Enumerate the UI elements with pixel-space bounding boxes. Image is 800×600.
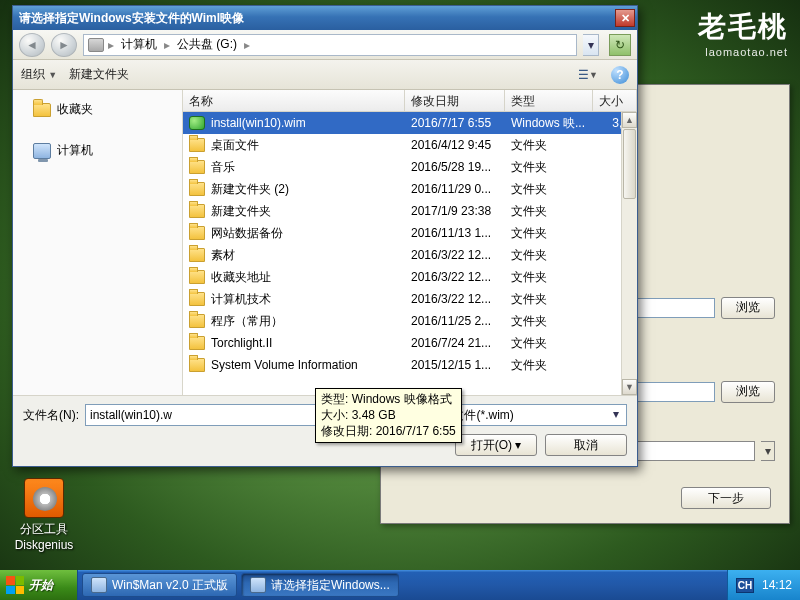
- titlebar[interactable]: 请选择指定Windows安装文件的Wiml映像 ✕: [13, 6, 637, 30]
- crumb-drive[interactable]: 公共盘 (G:): [174, 36, 240, 53]
- file-row[interactable]: 收藏夹地址2016/3/22 12...文件夹: [183, 266, 637, 288]
- file-date: 2016/3/22 12...: [411, 248, 511, 262]
- scroll-thumb[interactable]: [623, 129, 636, 199]
- nav-label: 计算机: [57, 142, 93, 159]
- nav-favorites[interactable]: 收藏夹: [19, 98, 176, 121]
- nav-pane: 收藏夹 计算机: [13, 90, 183, 395]
- help-button[interactable]: ?: [611, 66, 629, 84]
- refresh-button[interactable]: ↻: [609, 34, 631, 56]
- file-row[interactable]: 音乐2016/5/28 19...文件夹: [183, 156, 637, 178]
- vertical-scrollbar[interactable]: ▲ ▼: [621, 112, 637, 395]
- file-date: 2016/7/24 21...: [411, 336, 511, 350]
- organize-menu[interactable]: 组织 ▼: [21, 66, 57, 83]
- file-date: 2016/3/22 12...: [411, 270, 511, 284]
- file-name: install(win10).wim: [211, 116, 411, 130]
- taskbar: 开始 Win$Man v2.0 正式版请选择指定Windows... CH 14…: [0, 570, 800, 600]
- taskbar-button[interactable]: Win$Man v2.0 正式版: [82, 573, 237, 597]
- folder-icon: [189, 160, 205, 174]
- tooltip-type: 类型: Windows 映像格式: [321, 391, 456, 407]
- col-size[interactable]: 大小: [593, 90, 637, 111]
- tooltip-date: 修改日期: 2016/7/17 6:55: [321, 423, 456, 439]
- file-list[interactable]: install(win10).wim2016/7/17 6:55Windows …: [183, 112, 637, 395]
- file-date: 2016/3/22 12...: [411, 292, 511, 306]
- file-date: 2016/11/29 0...: [411, 182, 511, 196]
- watermark-url: laomaotao.net: [698, 46, 788, 58]
- desktop-icon-diskgenius[interactable]: 分区工具 Diskgenius: [14, 478, 74, 552]
- col-name[interactable]: 名称: [183, 90, 405, 111]
- file-type: Windows 映...: [511, 115, 599, 132]
- file-date: 2016/7/17 6:55: [411, 116, 511, 130]
- file-name: 网站数据备份: [211, 225, 411, 242]
- folder-icon: [189, 204, 205, 218]
- file-date: 2015/12/15 1...: [411, 358, 511, 372]
- chevron-right-icon: ▸: [244, 38, 250, 52]
- folder-icon: [189, 248, 205, 262]
- file-name: 桌面文件: [211, 137, 411, 154]
- folder-icon: [189, 336, 205, 350]
- file-row[interactable]: 桌面文件2016/4/12 9:45文件夹: [183, 134, 637, 156]
- file-name: 计算机技术: [211, 291, 411, 308]
- browse-button-1[interactable]: 浏览: [721, 297, 775, 319]
- file-name: 新建文件夹: [211, 203, 411, 220]
- crumb-computer[interactable]: 计算机: [118, 36, 160, 53]
- browse-button-2[interactable]: 浏览: [721, 381, 775, 403]
- start-label: 开始: [29, 577, 53, 594]
- folder-icon: [189, 292, 205, 306]
- next-button[interactable]: 下一步: [681, 487, 771, 509]
- nav-computer[interactable]: 计算机: [19, 139, 176, 162]
- scroll-down-button[interactable]: ▼: [622, 379, 637, 395]
- wim-file-icon: [189, 116, 205, 130]
- breadcrumb[interactable]: ▸ 计算机 ▸ 公共盘 (G:) ▸: [83, 34, 577, 56]
- system-tray: CH 14:12: [727, 570, 800, 600]
- file-date: 2016/5/28 19...: [411, 160, 511, 174]
- forward-button[interactable]: ►: [51, 33, 77, 57]
- task-label: Win$Man v2.0 正式版: [112, 577, 228, 594]
- chevron-right-icon: ▸: [164, 38, 170, 52]
- start-button[interactable]: 开始: [0, 570, 78, 600]
- col-type[interactable]: 类型: [505, 90, 593, 111]
- favorites-icon: [33, 103, 51, 117]
- file-row[interactable]: 素材2016/3/22 12...文件夹: [183, 244, 637, 266]
- watermark-brand: 老毛桃: [698, 8, 788, 46]
- file-row[interactable]: 计算机技术2016/3/22 12...文件夹: [183, 288, 637, 310]
- file-date: 2016/11/25 2...: [411, 314, 511, 328]
- file-row[interactable]: install(win10).wim2016/7/17 6:55Windows …: [183, 112, 637, 134]
- clock[interactable]: 14:12: [762, 578, 792, 592]
- folder-icon: [189, 358, 205, 372]
- open-button[interactable]: 打开(O) ▾: [455, 434, 537, 456]
- close-button[interactable]: ✕: [615, 9, 635, 27]
- icon-label: Diskgenius: [14, 538, 74, 552]
- file-name: 程序（常用）: [211, 313, 411, 330]
- file-type: 文件夹: [511, 291, 599, 308]
- taskbar-button[interactable]: 请选择指定Windows...: [241, 573, 399, 597]
- file-row[interactable]: Torchlight.II2016/7/24 21...文件夹: [183, 332, 637, 354]
- file-type: 文件夹: [511, 247, 599, 264]
- breadcrumb-dropdown[interactable]: ▾: [583, 34, 599, 56]
- file-type: 文件夹: [511, 335, 599, 352]
- icon-label: 分区工具: [14, 521, 74, 538]
- toolbar: 组织 ▼ 新建文件夹 ☰ ▼ ?: [13, 60, 637, 90]
- tooltip-size: 大小: 3.48 GB: [321, 407, 456, 423]
- new-folder-button[interactable]: 新建文件夹: [69, 66, 129, 83]
- file-row[interactable]: 新建文件夹 (2)2016/11/29 0...文件夹: [183, 178, 637, 200]
- back-button[interactable]: ◄: [19, 33, 45, 57]
- file-row[interactable]: 新建文件夹2017/1/9 23:38文件夹: [183, 200, 637, 222]
- ime-indicator[interactable]: CH: [736, 578, 754, 593]
- file-row[interactable]: System Volume Information2015/12/15 1...…: [183, 354, 637, 376]
- file-row[interactable]: 程序（常用）2016/11/25 2...文件夹: [183, 310, 637, 332]
- file-row[interactable]: 网站数据备份2016/11/13 1...文件夹: [183, 222, 637, 244]
- file-tooltip: 类型: Windows 映像格式 大小: 3.48 GB 修改日期: 2016/…: [315, 388, 462, 443]
- view-mode-button[interactable]: ☰ ▼: [577, 65, 599, 85]
- file-type: 文件夹: [511, 225, 599, 242]
- scroll-up-button[interactable]: ▲: [622, 112, 637, 128]
- cancel-button[interactable]: 取消: [545, 434, 627, 456]
- file-name: 收藏夹地址: [211, 269, 411, 286]
- file-date: 2017/1/9 23:38: [411, 204, 511, 218]
- app-icon: [91, 577, 107, 593]
- nav-label: 收藏夹: [57, 101, 93, 118]
- chevron-down-icon: ▼: [48, 70, 57, 80]
- chevron-down-icon: ▼: [589, 70, 598, 80]
- folder-icon: [189, 182, 205, 196]
- col-date[interactable]: 修改日期: [405, 90, 505, 111]
- combo-dropdown-icon[interactable]: ▾: [761, 441, 775, 461]
